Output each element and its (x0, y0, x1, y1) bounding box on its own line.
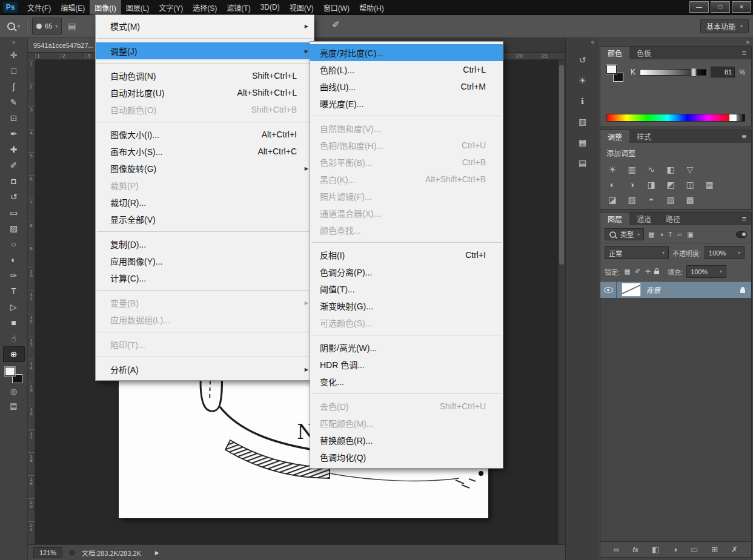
blend-mode-dropdown[interactable]: 正常 (605, 246, 669, 259)
brush-preset-picker[interactable]: 65 (32, 18, 62, 35)
rectangular-marquee-tool-icon[interactable]: □ (3, 63, 25, 79)
status-flyout-icon[interactable]: ▶ (155, 550, 159, 556)
visibility-toggle[interactable] (600, 282, 617, 298)
spot-healing-brush-tool-icon[interactable]: ✚ (3, 142, 25, 157)
menubar-item[interactable]: 视图(V) (285, 0, 319, 15)
menu-item[interactable]: 自动颜色(O) Shift+Ctrl+B (96, 101, 314, 118)
submenu-item[interactable]: 通道混合器(X)... (310, 205, 503, 222)
menu-item[interactable] (97, 38, 313, 39)
menubar-item[interactable]: 选择(S) (188, 0, 222, 15)
move-tool-icon[interactable]: ✛ (3, 47, 25, 63)
color-spectrum-ramp[interactable] (606, 114, 745, 122)
tab-adjustments[interactable]: 调整 (600, 130, 629, 143)
filter-shape-layers-icon[interactable]: ▱ (677, 231, 682, 239)
menubar-item[interactable]: 编辑(E) (56, 0, 90, 15)
menu-item[interactable]: 图像旋转(G) (96, 160, 314, 177)
tab-styles[interactable]: 样式 (629, 130, 658, 143)
navigator-panel-icon[interactable]: ▦ (572, 134, 593, 150)
menubar-item[interactable]: 窗口(W) (319, 0, 354, 15)
invert-icon[interactable]: ◪ (606, 195, 619, 205)
menubar-item[interactable]: 图像(I) (90, 0, 121, 15)
menu-item[interactable]: 变量(B) (96, 294, 314, 311)
eraser-tool-icon[interactable]: ▭ (3, 205, 25, 220)
panel-menu-icon[interactable]: ≡ (737, 130, 751, 143)
menu-item[interactable]: 画布大小(S)... Alt+Ctrl+C (96, 143, 314, 160)
filter-pixel-layers-icon[interactable]: ▦ (648, 231, 654, 239)
properties-panel-icon[interactable]: ☀ (572, 73, 593, 88)
hand-tool-icon[interactable]: ☝ (3, 331, 25, 346)
menubar-item[interactable]: 图层(L) (121, 0, 154, 15)
close-button[interactable]: × (732, 1, 751, 13)
submenu-item[interactable]: 照片滤镜(F)... (310, 188, 503, 205)
menu-item[interactable]: 复制(D)... (96, 236, 314, 252)
menubar-item[interactable]: 文字(Y) (154, 0, 188, 15)
new-layer-icon[interactable]: ⊞ (711, 545, 718, 554)
pen-tool-icon[interactable]: ✑ (3, 268, 25, 283)
submenu-item[interactable]: 色相/饱和度(H)... Ctrl+U (310, 137, 503, 154)
menu-item[interactable]: 裁剪(P) (96, 177, 314, 194)
layer-style-icon[interactable]: fx (632, 546, 639, 553)
submenu-item[interactable]: 色调均化(Q) (310, 449, 503, 466)
submenu-item[interactable] (311, 116, 502, 116)
submenu-item[interactable]: 色阶(L)... Ctrl+L (310, 61, 503, 78)
k-channel-slider[interactable] (640, 69, 706, 76)
history-panel-icon[interactable]: ↺ (572, 52, 593, 68)
submenu-item[interactable]: 阈值(T)... (310, 280, 503, 297)
menubar-item[interactable]: 文件(F) (22, 0, 56, 15)
submenu-item[interactable]: 渐变映射(G)... (310, 297, 503, 314)
submenu-item[interactable] (311, 242, 502, 243)
collapse-panels-icon[interactable]: » (746, 39, 749, 45)
gradient-tool-icon[interactable]: ▨ (3, 220, 25, 236)
submenu-item[interactable]: 阴影/高光(W)... (310, 339, 503, 356)
zoom-tool-icon[interactable]: ⊕ (3, 346, 25, 362)
threshold-icon[interactable]: ◓ (645, 195, 657, 205)
menu-item[interactable] (97, 122, 313, 122)
rectangle-tool-icon[interactable]: ■ (3, 315, 25, 331)
exposure-icon[interactable]: ◧ (665, 165, 677, 174)
tab-color[interactable]: 颜色 (600, 47, 629, 59)
fill-dropdown[interactable]: 100% (686, 265, 726, 278)
menu-item[interactable]: 显示全部(V) (96, 211, 314, 228)
layer-mask-icon[interactable]: ◧ (652, 545, 659, 554)
histogram-panel-icon[interactable]: ▥ (572, 114, 593, 130)
notes-panel-icon[interactable]: ▤ (572, 155, 593, 171)
tab-paths[interactable]: 路径 (658, 212, 688, 225)
submenu-item[interactable]: 反相(I) Ctrl+I (310, 246, 503, 263)
screen-mode-icon[interactable]: ▤ (10, 398, 17, 413)
menu-item[interactable]: 应用图像(Y)... (96, 252, 314, 269)
vertical-scrollbar[interactable] (558, 60, 565, 544)
channel-mixer-icon[interactable]: ◫ (684, 180, 696, 189)
color-lookup-icon[interactable]: ▦ (703, 180, 715, 189)
menu-item[interactable]: 自动色调(N) Shift+Ctrl+L (96, 67, 314, 84)
layer-filter-type-dropdown[interactable]: 类型 (605, 228, 644, 240)
scrollbar-thumb[interactable] (559, 65, 564, 265)
adjustment-layer-icon[interactable]: ◑ (672, 545, 677, 554)
eyedropper-tool-icon[interactable]: ✒ (3, 126, 25, 142)
menubar-item[interactable]: 滤镜(T) (222, 0, 255, 15)
delete-layer-icon[interactable]: ✗ (731, 545, 738, 554)
menubar-item[interactable]: 3D(D) (256, 0, 285, 15)
menu-item[interactable]: 计算(C)... (96, 269, 314, 286)
submenu-item[interactable]: 可选颜色(S)... (310, 314, 503, 331)
photo-filter-icon[interactable]: ◩ (665, 180, 677, 189)
submenu-item[interactable]: 黑白(K)... Alt+Shift+Ctrl+B (310, 171, 503, 188)
dodge-tool-icon[interactable]: ◐ (3, 252, 25, 268)
tab-swatches[interactable]: 色板 (629, 47, 658, 59)
submenu-item[interactable]: 色调分离(P)... (310, 263, 503, 280)
workspace-switcher-button[interactable]: 基本功能 (700, 19, 749, 33)
submenu-item[interactable]: 曝光度(E)... (310, 95, 503, 112)
posterize-icon[interactable]: ▨ (626, 195, 638, 205)
submenu-item[interactable]: 曲线(U)... Ctrl+M (310, 78, 503, 95)
levels-icon[interactable]: ▥ (626, 165, 638, 174)
submenu-item[interactable]: 替换颜色(R)... (310, 432, 503, 449)
options-brush-icon[interactable]: ✐ (332, 19, 340, 30)
menu-item[interactable] (97, 332, 313, 332)
document-tab[interactable]: 9541a1cce547b27... (27, 38, 101, 52)
tab-layers[interactable]: 图层 (600, 212, 629, 225)
submenu-item[interactable]: 颜色查找... (310, 222, 503, 239)
quick-selection-tool-icon[interactable]: ✎ (3, 94, 25, 110)
toggle-panel-icon[interactable]: ▤ (68, 21, 76, 31)
filter-toggle-switch[interactable] (736, 231, 747, 238)
k-value-field[interactable]: 81 (711, 67, 735, 77)
lock-pixels-icon[interactable]: ✐ (634, 268, 642, 275)
